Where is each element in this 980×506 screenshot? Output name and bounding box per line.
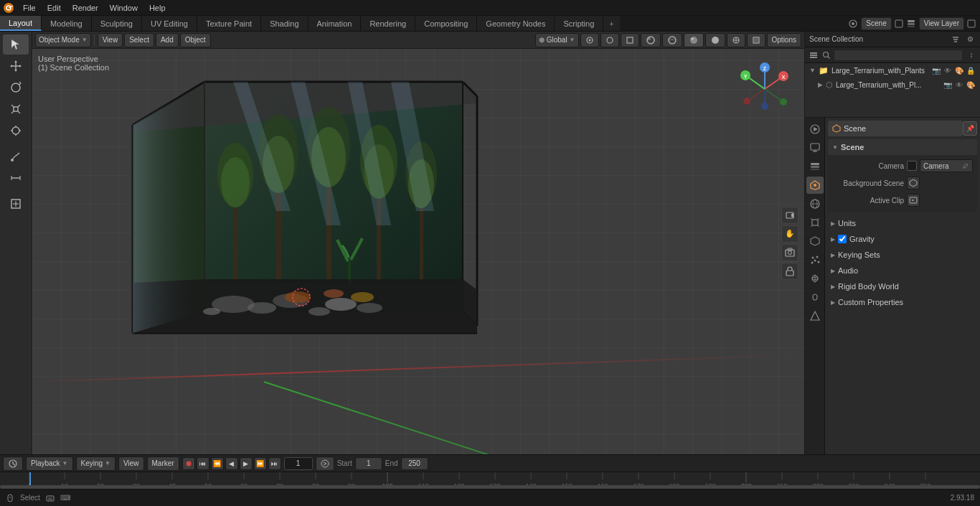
lock-icon[interactable] bbox=[781, 263, 798, 280]
step-back-btn[interactable]: ⏪ bbox=[211, 457, 224, 470]
menu-window[interactable]: Window bbox=[104, 0, 143, 15]
units-section[interactable]: ▶ Units bbox=[828, 215, 977, 231]
prop-tab-modifier[interactable] bbox=[806, 233, 824, 250]
viewport-object-btn[interactable]: Object bbox=[180, 33, 211, 47]
active-clip-icon-btn[interactable] bbox=[907, 194, 920, 207]
hide-action[interactable]: 👁 bbox=[943, 67, 953, 75]
tab-modeling[interactable]: Modeling bbox=[42, 16, 92, 31]
tab-sculpting[interactable]: Sculpting bbox=[92, 16, 142, 31]
snap-to-btn[interactable] bbox=[621, 33, 639, 47]
play-btn[interactable]: ▶ bbox=[240, 457, 253, 470]
prop-tab-output[interactable] bbox=[806, 139, 824, 156]
xray-toggle[interactable] bbox=[747, 33, 765, 47]
tool-cursor[interactable] bbox=[3, 34, 29, 55]
outliner-item-0[interactable]: ▼ 📁 Large_Terrarium_with_Plants 📷 👁 🎨 🔒 bbox=[805, 63, 980, 78]
viewport-add-btn[interactable]: Add bbox=[156, 33, 179, 47]
viewport-mode-select[interactable]: Object Mode ▼ bbox=[35, 33, 91, 47]
menu-file[interactable]: File bbox=[17, 0, 42, 15]
prop-tab-physics[interactable] bbox=[806, 270, 824, 287]
timeline-ruler[interactable]: 1 10 20 30 40 50 60 70 80 90 100 110 bbox=[0, 472, 980, 489]
audio-section[interactable]: ▶ Audio bbox=[828, 263, 977, 278]
tab-compositing[interactable]: Compositing bbox=[415, 16, 477, 31]
overlay-toggle[interactable] bbox=[727, 33, 745, 47]
camera-action-2[interactable]: 📷 bbox=[943, 81, 953, 89]
bg-scene-icon-btn[interactable] bbox=[907, 177, 920, 189]
gravity-checkbox[interactable] bbox=[838, 235, 847, 243]
frame-type-btn[interactable] bbox=[3, 456, 23, 471]
keying-sets-section[interactable]: ▶ Keying Sets bbox=[828, 247, 977, 263]
add-workspace-button[interactable]: + bbox=[603, 16, 619, 31]
tab-uv-editing[interactable]: UV Editing bbox=[142, 16, 197, 31]
hide-action-2[interactable]: 👁 bbox=[954, 81, 964, 89]
shading-eevee-btn[interactable] bbox=[705, 33, 725, 47]
prop-tab-world[interactable] bbox=[806, 195, 824, 212]
tool-rotate[interactable] bbox=[3, 78, 29, 98]
tool-annotate[interactable] bbox=[3, 146, 29, 167]
viewport-3d[interactable]: Object Mode ▼ View Select Add Object ⊕ G… bbox=[32, 32, 804, 454]
playback-btn[interactable]: Playback ▼ bbox=[26, 456, 73, 471]
tab-texture-paint[interactable]: Texture Paint bbox=[197, 16, 261, 31]
camera-action[interactable]: 📷 bbox=[931, 67, 941, 75]
tab-scripting[interactable]: Scripting bbox=[555, 16, 603, 31]
tab-shading[interactable]: Shading bbox=[261, 16, 308, 31]
tab-rendering[interactable]: Rendering bbox=[361, 16, 415, 31]
proportional-edit-btn[interactable] bbox=[600, 33, 619, 47]
menu-edit[interactable]: Edit bbox=[42, 0, 67, 15]
camera-icon[interactable] bbox=[781, 244, 798, 261]
lock-action[interactable]: 🔒 bbox=[966, 67, 976, 75]
menu-help[interactable]: Help bbox=[143, 0, 171, 15]
tab-animation[interactable]: Animation bbox=[308, 16, 362, 31]
tool-measure[interactable] bbox=[3, 168, 29, 188]
record-btn[interactable] bbox=[182, 457, 195, 470]
current-frame-display[interactable]: 1 bbox=[284, 457, 313, 470]
view-layer-selector[interactable]: View Layer bbox=[919, 17, 964, 30]
jump-end-btn[interactable]: ⏭ bbox=[268, 457, 281, 470]
step-fwd-btn[interactable]: ⏩ bbox=[254, 457, 267, 470]
camera-value[interactable]: Camera bbox=[920, 159, 973, 172]
start-icon-btn[interactable] bbox=[316, 456, 334, 471]
gravity-section[interactable]: ▶ Gravity bbox=[828, 231, 977, 247]
tool-transform[interactable] bbox=[3, 121, 29, 141]
outliner-item-1[interactable]: ▶ ⬡ Large_Terrarium_with_Pl... 📷 👁 🎨 bbox=[814, 78, 980, 92]
tab-layout[interactable]: Layout bbox=[0, 16, 42, 31]
viewport-select-btn[interactable]: Select bbox=[124, 33, 154, 47]
snap-btn[interactable] bbox=[580, 33, 599, 47]
shading-solid-btn[interactable] bbox=[641, 33, 661, 47]
rigid-body-section[interactable]: ▶ Rigid Body World bbox=[828, 278, 977, 294]
custom-props-section[interactable]: ▶ Custom Properties bbox=[828, 294, 977, 310]
play-reverse-btn[interactable]: ◀ bbox=[225, 457, 238, 470]
options-btn[interactable]: Options bbox=[767, 33, 801, 47]
prop-tab-scene[interactable] bbox=[806, 177, 824, 194]
shading-rendered-btn[interactable] bbox=[684, 33, 704, 47]
start-value[interactable]: 1 bbox=[355, 457, 382, 470]
keying-btn[interactable]: Keying ▼ bbox=[76, 456, 116, 471]
navigation-gizmo[interactable]: Z X Y bbox=[736, 60, 793, 118]
menu-render[interactable]: Render bbox=[67, 0, 104, 15]
render-action-2[interactable]: 🎨 bbox=[966, 81, 976, 89]
outliner-settings-icon[interactable]: ⚙ bbox=[964, 34, 976, 45]
tab-geometry-nodes[interactable]: Geometry Nodes bbox=[477, 16, 555, 31]
view-btn[interactable]: View bbox=[118, 456, 144, 471]
outliner-search-input[interactable] bbox=[834, 50, 963, 61]
tool-scale[interactable] bbox=[3, 99, 29, 119]
tool-add[interactable] bbox=[3, 194, 29, 214]
transform-global-select[interactable]: ⊕ Global ▼ bbox=[535, 33, 579, 47]
jump-start-btn[interactable]: ⏮ bbox=[197, 457, 209, 470]
marker-btn[interactable]: Marker bbox=[147, 456, 179, 471]
prop-tab-particles[interactable] bbox=[806, 251, 824, 268]
scene-section-header[interactable]: ▼ Scene bbox=[828, 139, 977, 155]
render-action[interactable]: 🎨 bbox=[954, 67, 964, 75]
hand-pan-icon[interactable]: ✋ bbox=[781, 225, 798, 243]
end-value[interactable]: 250 bbox=[401, 457, 428, 470]
timeline-scrollbar-thumb[interactable] bbox=[0, 485, 980, 489]
properties-options-btn[interactable]: 📌 bbox=[963, 121, 977, 136]
outliner-search-dropdown[interactable] bbox=[808, 50, 819, 61]
scene-selector[interactable]: Scene bbox=[861, 17, 891, 30]
timeline-scrollbar[interactable] bbox=[0, 485, 980, 489]
outliner-filter-icon[interactable] bbox=[950, 34, 961, 45]
prop-tab-viewlayer[interactable] bbox=[806, 158, 824, 175]
prop-tab-data[interactable] bbox=[806, 307, 824, 324]
prop-tab-object[interactable] bbox=[806, 214, 824, 231]
outliner-sort-icon[interactable]: ↕ bbox=[966, 50, 977, 61]
viewport-view-btn[interactable]: View bbox=[98, 33, 123, 47]
